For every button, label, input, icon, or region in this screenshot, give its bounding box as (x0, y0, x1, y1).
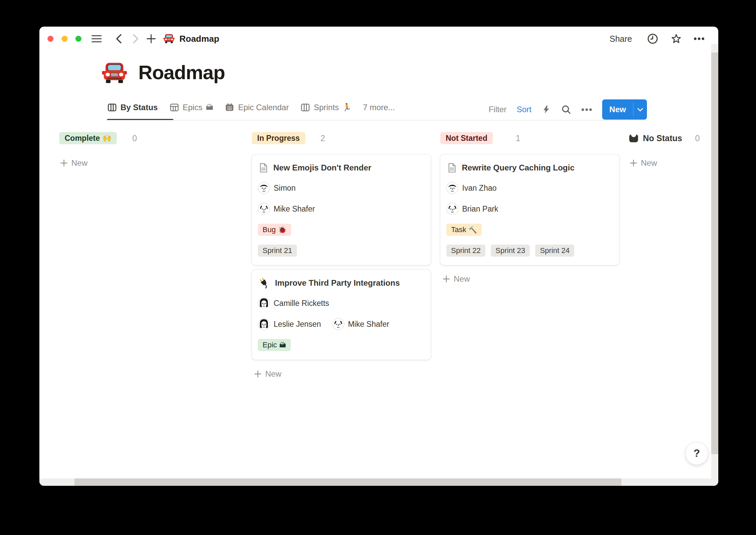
new-button-label: New (602, 99, 633, 120)
tab-epics[interactable]: Epics 🏔 (169, 102, 213, 113)
person-name: Mike Shafer (274, 204, 315, 214)
traffic-light-minimize[interactable] (62, 36, 68, 42)
person-name: Leslie Jensen (274, 320, 321, 329)
person-name: Camille Ricketts (274, 299, 329, 308)
tab-label: Epic Calendar (238, 103, 289, 112)
column-count: 2 (320, 132, 325, 144)
traffic-light-zoom[interactable] (75, 36, 81, 42)
add-card-no-status[interactable]: New (630, 157, 657, 169)
tag-bug: Bug 🐞 (258, 224, 291, 236)
help-button[interactable]: ? (685, 442, 708, 465)
add-card-in-progress[interactable]: New (254, 368, 281, 380)
sort-button[interactable]: Sort (517, 105, 531, 114)
app-window: Roadmap Share Roadmap By Status Epics 🏔 … (39, 27, 718, 486)
card-rewrite-query-caching-logic[interactable]: Rewrite Query Caching Logic Ivan Zhao Br… (440, 154, 619, 265)
avatar (258, 203, 270, 215)
tab-label: Sprints (314, 103, 339, 112)
tag-task: Task 🔨 (446, 224, 482, 236)
tab-label: Epics (183, 103, 203, 112)
tab-epic-calendar[interactable]: Epic Calendar (225, 102, 289, 113)
filter-button[interactable]: Filter (489, 105, 507, 114)
add-card-label: New (454, 274, 470, 284)
chevron-down-icon[interactable] (633, 99, 647, 120)
sprint-chip: Sprint 22 (446, 245, 485, 257)
column-name: No Status (643, 133, 682, 143)
column-count: 0 (132, 132, 137, 144)
column-name: Complete (65, 134, 100, 143)
sidebar-menu-icon[interactable] (91, 33, 102, 44)
avatar (446, 182, 458, 194)
card-improve-third-party-integrations[interactable]: Improve Third Party Integrations Camille… (252, 270, 431, 360)
page-icon (258, 162, 269, 174)
mountain-emoji: 🏔 (206, 103, 213, 112)
forward-icon[interactable] (130, 33, 141, 44)
add-card-label: New (71, 158, 88, 168)
topbar-doc-title: Roadmap (179, 27, 219, 51)
card-new-emojis-dont-render[interactable]: New Emojis Don't Render Simon Mike Shafe… (252, 154, 431, 265)
view-tabs: By Status Epics 🏔 Epic Calendar Sprints … (107, 100, 395, 115)
column-count: 0 (695, 132, 700, 144)
plus-icon (254, 370, 262, 378)
sprint-chip: Sprint 21 (258, 245, 297, 257)
sprint-chip: Sprint 23 (491, 245, 530, 257)
board-view-icon (300, 102, 310, 113)
new-tab-icon[interactable] (146, 33, 157, 44)
tabs-more[interactable]: 7 more... (363, 103, 395, 112)
person-name: Mike Shafer (348, 320, 389, 329)
column-name: In Progress (257, 134, 300, 143)
add-card-label: New (641, 158, 657, 168)
calendar-view-icon (225, 102, 235, 113)
mountain-emoji: 🏔 (279, 341, 286, 349)
back-icon[interactable] (113, 33, 124, 44)
person-name: Ivan Zhao (462, 184, 496, 193)
tab-sprints[interactable]: Sprints 🏃 (300, 102, 351, 113)
more-options-icon[interactable] (694, 33, 705, 44)
tab-by-status[interactable]: By Status (107, 102, 158, 113)
tabs-divider (107, 120, 647, 121)
updates-clock-icon[interactable] (647, 33, 658, 44)
column-header-in-progress[interactable]: In Progress (252, 132, 305, 144)
page-title[interactable]: Roadmap (138, 61, 225, 84)
automations-bolt-icon[interactable] (542, 105, 551, 114)
ladybug-emoji: 🐞 (278, 226, 286, 234)
plug-emoji-icon (258, 277, 271, 289)
add-card-complete[interactable]: New (60, 157, 88, 169)
column-header-not-started[interactable]: Not Started (440, 132, 493, 144)
doc-car-emoji-icon (163, 33, 175, 44)
page-car-emoji-icon (102, 60, 127, 86)
traffic-light-close[interactable] (47, 36, 54, 42)
person-name: Simon (274, 184, 296, 193)
plus-icon (60, 159, 68, 167)
search-icon[interactable] (561, 104, 571, 115)
share-button[interactable]: Share (610, 27, 632, 51)
runner-emoji: 🏃 (342, 103, 351, 112)
view-options-icon[interactable] (581, 108, 592, 111)
horizontal-scrollbar-track (39, 478, 718, 486)
column-name: Not Started (446, 134, 487, 143)
collection-toolbar: Filter Sort New (470, 99, 647, 120)
horizontal-scrollbar-thumb[interactable] (74, 478, 621, 486)
plus-icon (443, 275, 450, 283)
raising-hands-emoji: 🙌 (103, 134, 111, 142)
column-header-no-status[interactable]: No Status (628, 132, 682, 144)
new-button[interactable]: New (602, 99, 647, 120)
card-title: New Emojis Don't Render (273, 163, 371, 172)
table-view-icon (169, 102, 179, 113)
favorite-star-icon[interactable] (671, 33, 682, 44)
avatar (446, 203, 458, 215)
avatar (258, 182, 270, 194)
page-icon (446, 162, 457, 174)
add-card-label: New (265, 369, 281, 379)
sprint-chip: Sprint 24 (535, 245, 574, 257)
avatar (258, 297, 270, 309)
avatar (258, 318, 270, 330)
tag-label: Epic (263, 341, 277, 349)
vertical-scrollbar-thumb[interactable] (711, 53, 718, 454)
no-status-inbox-icon (628, 133, 639, 144)
column-count: 1 (516, 132, 520, 144)
card-title: Rewrite Query Caching Logic (462, 163, 575, 172)
column-header-complete[interactable]: Complete 🙌 (59, 132, 117, 144)
window-topbar: Roadmap Share (39, 27, 718, 51)
hammer-emoji: 🔨 (469, 226, 477, 234)
add-card-not-started[interactable]: New (443, 273, 470, 285)
